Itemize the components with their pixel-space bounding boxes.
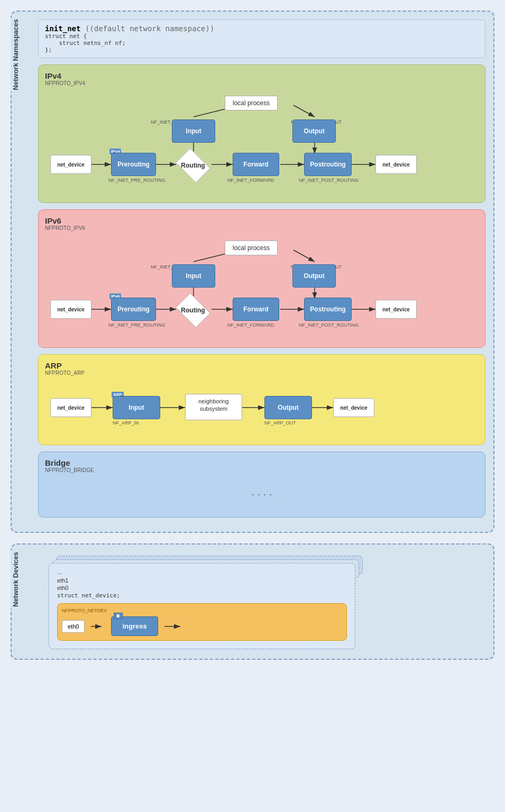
arp-net-device-right: net_device	[333, 398, 374, 417]
ipv4-input: Input	[172, 119, 215, 143]
network-namespaces-label: Network Namespaces	[11, 17, 22, 92]
arp-input: Input	[113, 396, 160, 419]
ipv6-flow-area: local process NF_INET_LOCAL_IN NF_INET_L…	[45, 235, 479, 341]
network-devices-label: Network Devices	[11, 550, 22, 609]
ipv6-output: Output	[292, 264, 336, 288]
ipv6-prerouting: Prerouting	[111, 298, 156, 321]
eth1-label-front: eth1	[57, 577, 347, 584]
nfproto-netdev-label: NFPROTO_NETDEV	[62, 608, 342, 613]
ipv4-section: IPv4 NFPROTO_IPV4	[38, 64, 485, 203]
ipv6-local-process: local process	[225, 241, 278, 255]
ipv6-routing: Routing	[172, 294, 214, 326]
eth0-ingress-box: eth0	[62, 620, 85, 633]
ipv4-prerouting: Prerouting	[111, 153, 156, 176]
ipv6-postrouting: Postrouting	[304, 298, 352, 321]
ipv4-output: Output	[292, 119, 336, 143]
ipv6-net-device-right: net_device	[375, 300, 417, 319]
ipv4-net-device-left: net_device	[50, 155, 91, 174]
init-net-title: init_net ((default network namespace))	[45, 24, 479, 33]
bridge-title: Bridge	[45, 458, 479, 467]
arp-title: ARP	[45, 361, 479, 370]
arp-net-device-left: net_device	[50, 398, 91, 417]
init-net-header: init_net ((default network namespace)) s…	[38, 20, 485, 58]
ingress-arrow	[90, 621, 106, 632]
ipv4-title: IPv4	[45, 71, 479, 80]
svg-line-19	[293, 250, 315, 262]
ipv4-forward: Forward	[233, 153, 279, 176]
net-device-card-front: ... eth1 eth0 struct net_device; NFPROTO…	[49, 563, 355, 649]
ipv4-flow-area: local process NF_INET_LOCAL_IN NF_INET_L…	[45, 90, 479, 196]
ipv4-label-forward: NF_INET_FORWARD	[227, 178, 274, 183]
ipv4-label-post-routing: NF_INET_POST_ROUTING	[299, 178, 359, 183]
ipv4-subtitle: NFPROTO_IPV4	[45, 80, 479, 86]
arp-neighboring-subsystem: neighboring subsystem	[185, 394, 242, 420]
bridge-subtitle: NFPROTO_BRIDGE	[45, 467, 479, 473]
ipv4-net-device-right: net_device	[375, 155, 417, 174]
ipv4-postrouting: Postrouting	[304, 153, 352, 176]
ingress-box: 📋 ingress	[111, 616, 158, 636]
arp-subtitle: NFPROTO_ARP	[45, 370, 479, 376]
arp-arrows	[45, 380, 479, 438]
ingress-flow: eth0 📋 ingress	[62, 616, 342, 636]
init-net-name: init_net	[45, 24, 80, 33]
net-device-stack: eth1 eth0 ... eth1 eth0 struct net_devic…	[49, 563, 355, 649]
eth0-label-front: eth0	[57, 585, 347, 591]
init-net-subtitle: ((default network namespace))	[85, 24, 214, 33]
ingress-badge: 📋	[114, 613, 123, 619]
ipv6-section: IPv6 NFPROTO_IPV6 local process	[38, 209, 485, 348]
nfproto-netdev-section: NFPROTO_NETDEV eth0	[57, 603, 347, 641]
ipv4-routing: Routing	[172, 150, 214, 181]
bridge-dots: · · · ·	[45, 477, 479, 511]
network-devices-outer: Network Devices eth1 eth0 ... eth1 eth0 …	[11, 543, 494, 660]
init-net-code: struct net { struct netns_nf nf; };	[45, 33, 479, 53]
bridge-section: Bridge NFPROTO_BRIDGE · · · ·	[38, 451, 485, 518]
ipv6-input: Input	[172, 264, 215, 288]
ipv6-subtitle: NFPROTO_IPV6	[45, 225, 479, 231]
arp-label-in: NF_ARP_IN	[113, 420, 139, 426]
arp-label-out: NF_ARP_OUT	[264, 420, 296, 426]
ingress-out-arrow	[163, 621, 185, 632]
arp-flow-area: ARP net_device Input neighboring subsyst…	[45, 380, 479, 438]
eth1-front-label: ...	[57, 569, 62, 575]
struct-net-device: struct net_device;	[57, 592, 347, 599]
ipv6-title: IPv6	[45, 216, 479, 225]
ipv4-label-pre-routing: NF_INET_PRE_ROUTING	[108, 178, 166, 183]
ipv6-label-pre-routing: NF_INET_PRE_ROUTING	[108, 322, 166, 328]
arp-section: ARP NFPROTO_ARP ARP net_	[38, 354, 485, 445]
ipv4-local-process: local process	[225, 96, 278, 110]
svg-line-9	[293, 105, 315, 117]
ipv6-label-post-routing: NF_INET_POST_ROUTING	[299, 322, 359, 328]
arp-output: Output	[264, 396, 312, 419]
ipv6-forward: Forward	[233, 298, 279, 321]
ipv6-net-device-left: net_device	[50, 300, 91, 319]
ipv6-label-forward: NF_INET_FORWARD	[227, 322, 274, 328]
network-namespaces-container: Network Namespaces init_net ((default ne…	[11, 11, 494, 533]
